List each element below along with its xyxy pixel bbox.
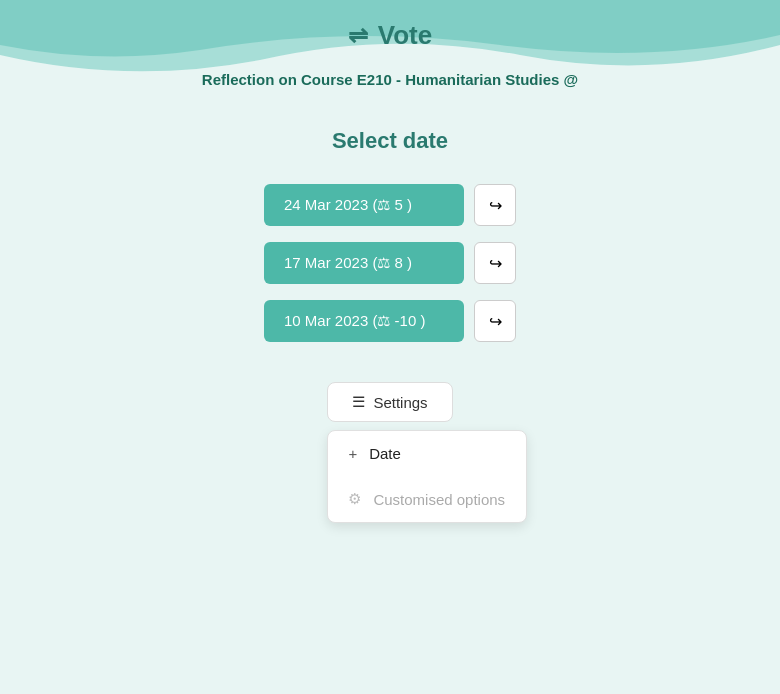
dropdown-item-date[interactable]: + Date — [328, 431, 526, 476]
settings-button[interactable]: ☰ Settings — [327, 382, 452, 422]
shuffle-icon: ⇌ — [348, 22, 368, 50]
settings-area: ☰ Settings + Date ⚙ Customised options — [327, 382, 452, 422]
date-list: 24 Mar 2023 (⚖ 5 ) ↪ 17 Mar 2023 (⚖ 8 ) … — [264, 184, 516, 342]
date-button-1[interactable]: 17 Mar 2023 (⚖ 8 ) — [264, 242, 464, 284]
date-button-0[interactable]: 24 Mar 2023 (⚖ 5 ) — [264, 184, 464, 226]
select-date-heading: Select date — [332, 128, 448, 154]
share-button-0[interactable]: ↪ — [474, 184, 516, 226]
dropdown-customised-label: Customised options — [373, 491, 505, 508]
plus-icon: + — [348, 445, 357, 462]
layers-icon: ☰ — [352, 393, 365, 411]
settings-button-label: Settings — [373, 394, 427, 411]
date-row: 24 Mar 2023 (⚖ 5 ) ↪ — [264, 184, 516, 226]
page-title: Vote — [378, 20, 432, 51]
main-content: ⇌ Vote Reflection on Course E210 - Human… — [0, 0, 780, 422]
settings-dropdown: + Date ⚙ Customised options — [327, 430, 527, 523]
date-row: 10 Mar 2023 (⚖ -10 ) ↪ — [264, 300, 516, 342]
date-button-2[interactable]: 10 Mar 2023 (⚖ -10 ) — [264, 300, 464, 342]
dropdown-item-customised[interactable]: ⚙ Customised options — [328, 476, 526, 522]
gear-icon: ⚙ — [348, 490, 361, 508]
page-title-area: ⇌ Vote — [348, 20, 432, 51]
share-button-2[interactable]: ↪ — [474, 300, 516, 342]
date-row: 17 Mar 2023 (⚖ 8 ) ↪ — [264, 242, 516, 284]
share-button-1[interactable]: ↪ — [474, 242, 516, 284]
dropdown-date-label: Date — [369, 445, 401, 462]
subtitle: Reflection on Course E210 - Humanitarian… — [182, 71, 598, 88]
